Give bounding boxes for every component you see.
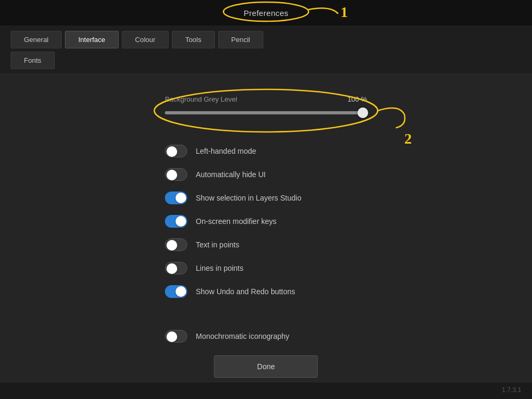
tab-row-2: Fonts — [11, 52, 521, 69]
toggle-label-left-handed: Left-handed mode — [196, 147, 256, 155]
tab-row-1: General Interface Colour Tools Pencil — [11, 31, 521, 48]
grey-level-value: 100 % — [347, 95, 367, 103]
toggle-row-left-handed: Left-handed mode — [165, 139, 367, 163]
toggle-label-monochromatic: Monochromatic iconography — [196, 332, 289, 340]
toggle-row-modifier-keys: On-screen modifier keys — [165, 210, 367, 233]
bottom-toggles-section: Monochromatic iconography — [165, 325, 367, 348]
tab-fonts[interactable]: Fonts — [11, 52, 55, 69]
toggles-section: Left-handed mode Automatically hide UI S… — [165, 139, 367, 303]
tab-pencil[interactable]: Pencil — [218, 31, 263, 48]
toggle-monochromatic[interactable] — [165, 330, 187, 343]
toggle-knob — [167, 263, 177, 274]
tab-colour[interactable]: Colour — [122, 31, 169, 48]
toggle-knob — [167, 331, 177, 342]
preferences-title: Preferences — [244, 9, 288, 18]
toggle-knob — [176, 193, 186, 203]
toggle-row-text-points: Text in points — [165, 233, 367, 256]
toggle-knob — [167, 170, 177, 180]
tab-general[interactable]: General — [11, 31, 62, 48]
toggle-show-selection[interactable] — [165, 192, 187, 204]
done-button[interactable]: Done — [214, 355, 318, 378]
tab-tools[interactable]: Tools — [172, 31, 214, 48]
main-content: Background Grey Level 100 % Left-handed … — [0, 74, 532, 383]
toggle-label-show-selection: Show selection in Layers Studio — [196, 194, 301, 202]
grey-level-slider-container[interactable] — [165, 107, 367, 118]
toggle-row-lines-points: Lines in points — [165, 256, 367, 280]
title-bar: Preferences — [0, 0, 532, 26]
toggle-row-monochromatic: Monochromatic iconography — [165, 325, 367, 348]
toggle-knob — [176, 216, 186, 227]
toggle-label-undo-redo: Show Undo and Redo buttons — [196, 287, 295, 296]
toggle-row-auto-hide: Automatically hide UI — [165, 163, 367, 186]
toggle-label-text-points: Text in points — [196, 240, 239, 249]
toggle-lines-points[interactable] — [165, 262, 187, 275]
toggle-label-modifier-keys: On-screen modifier keys — [196, 217, 277, 226]
slider-track — [165, 111, 367, 114]
slider-thumb[interactable] — [358, 107, 368, 118]
done-section: Done — [214, 355, 318, 378]
toggle-row-show-selection: Show selection in Layers Studio — [165, 186, 367, 210]
grey-level-header: Background Grey Level 100 % — [165, 95, 367, 103]
grey-level-section: Background Grey Level 100 % — [165, 90, 367, 123]
tab-bar: General Interface Colour Tools Pencil Fo… — [0, 26, 532, 74]
toggle-knob — [176, 286, 186, 297]
toggle-knob — [167, 240, 177, 251]
version-label: 1.7.3.1 — [502, 386, 521, 394]
toggle-modifier-keys[interactable] — [165, 215, 187, 228]
toggle-knob — [167, 146, 177, 157]
toggle-row-undo-redo: Show Undo and Redo buttons — [165, 280, 367, 303]
toggle-auto-hide[interactable] — [165, 168, 187, 181]
tab-interface[interactable]: Interface — [65, 31, 119, 48]
slider-fill — [165, 111, 367, 114]
toggle-text-points[interactable] — [165, 238, 187, 251]
toggle-label-auto-hide: Automatically hide UI — [196, 170, 266, 179]
toggle-left-handed[interactable] — [165, 145, 187, 157]
toggle-undo-redo[interactable] — [165, 285, 187, 298]
toggle-label-lines-points: Lines in points — [196, 264, 244, 272]
grey-level-label: Background Grey Level — [165, 95, 237, 103]
